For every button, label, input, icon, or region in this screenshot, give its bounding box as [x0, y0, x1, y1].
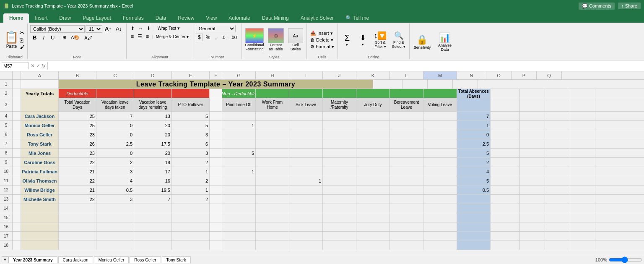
tab-formulas[interactable]: Formulas — [117, 13, 150, 23]
formula-input[interactable] — [49, 63, 642, 69]
tab-home[interactable]: Home — [3, 13, 29, 23]
comments-button[interactable]: 💬 Comments — [579, 3, 615, 10]
italic-button[interactable]: I — [40, 34, 47, 42]
row-num-14[interactable]: 14 — [0, 204, 13, 213]
share-button[interactable]: ↑ Share — [618, 3, 641, 9]
autosum-button[interactable]: Σ ▾ — [340, 33, 355, 47]
tab-tell-me[interactable]: 🔍 Tell me — [340, 13, 375, 23]
col-header-m[interactable]: M — [423, 71, 457, 79]
row-num-2[interactable]: 2 — [0, 89, 13, 98]
tab-review[interactable]: Review — [172, 13, 200, 23]
copy-button[interactable]: ⎘ — [20, 37, 25, 44]
number-format-select[interactable]: General — [196, 25, 236, 32]
row-num-1[interactable]: 1 — [0, 80, 13, 89]
row-num-9[interactable]: 9 — [0, 158, 13, 167]
row-num-6[interactable]: 6 — [0, 130, 13, 139]
font-family-select[interactable]: Calibri (Body) — [30, 25, 85, 33]
decrease-decimal-button[interactable]: .0 — [220, 34, 228, 41]
row-num-18[interactable]: 18 — [0, 241, 13, 250]
col-header-d[interactable]: D — [134, 71, 172, 79]
align-top-button[interactable]: ⬆ — [129, 25, 136, 32]
col-header-b[interactable]: B — [59, 71, 96, 79]
paste-button[interactable]: 📋 Paste — [4, 30, 19, 49]
sheet-tab-cara[interactable]: Cara Jackson — [58, 256, 93, 263]
bold-button[interactable]: B — [30, 34, 39, 42]
row-num-4[interactable]: 4 — [0, 112, 13, 120]
col-header-blank[interactable] — [13, 71, 21, 79]
col-header-l[interactable]: L — [390, 71, 423, 79]
col-header-j[interactable]: J — [323, 71, 356, 79]
decrease-font-button[interactable]: A↓ — [114, 25, 124, 33]
row-num-15[interactable]: 15 — [0, 213, 13, 222]
tab-insert[interactable]: Insert — [29, 13, 53, 23]
col-header-h[interactable]: H — [256, 71, 289, 79]
add-sheet-button[interactable]: + — [2, 256, 8, 263]
find-select-button[interactable]: 🔍 Find &Select ▾ — [390, 31, 408, 49]
col-header-g[interactable]: G — [222, 71, 256, 79]
cell-styles-button[interactable]: Aa CellStyles — [286, 28, 305, 52]
border-button[interactable]: ⊞ — [61, 34, 68, 41]
tab-data[interactable]: Data — [150, 13, 172, 23]
analyze-data-button[interactable]: 📊 AnalyzeData — [434, 32, 456, 52]
sheet-tab-monica[interactable]: Monica Geller — [94, 256, 129, 263]
col-header-i[interactable]: I — [289, 71, 323, 79]
insert-function-button[interactable]: fx — [42, 63, 46, 69]
row-num-17[interactable]: 17 — [0, 232, 13, 240]
col-header-p[interactable]: P — [512, 71, 537, 79]
wrap-text-button[interactable]: Wrap Text ▾ — [156, 25, 182, 32]
comma-button[interactable]: , — [213, 34, 218, 41]
align-center-button[interactable]: ☰ — [136, 33, 144, 40]
sheet-tab-ross[interactable]: Ross Geller — [130, 256, 161, 263]
sheet-tab-tony[interactable]: Tony Stark — [162, 256, 191, 263]
merge-center-button[interactable]: Merge & Center ▾ — [154, 34, 190, 40]
col-header-k[interactable]: K — [356, 71, 390, 79]
tab-draw[interactable]: Draw — [53, 13, 77, 23]
percent-button[interactable]: % — [204, 34, 213, 41]
align-right-button[interactable]: ≡ — [144, 33, 151, 40]
sheet-tab-summary[interactable]: Year 2023 Summary — [8, 256, 57, 263]
underline-button[interactable]: U — [48, 34, 57, 42]
format-as-table-button[interactable]: ⊞ Formatas Table — [266, 28, 286, 52]
col-header-q[interactable]: Q — [537, 71, 562, 79]
col-header-a[interactable]: A — [21, 71, 59, 79]
align-left-button[interactable]: ≡ — [129, 33, 135, 40]
increase-font-button[interactable]: A↑ — [103, 25, 113, 33]
cell-reference-box[interactable] — [2, 63, 29, 69]
format-painter-button[interactable]: 🖌 — [20, 44, 25, 50]
col-header-c[interactable]: C — [96, 71, 134, 79]
increase-decimal-button[interactable]: .00 — [229, 34, 239, 41]
row-num-5[interactable]: 5 — [0, 121, 13, 130]
tab-data-mining[interactable]: Data Mining — [256, 13, 295, 23]
tab-page-layout[interactable]: Page Layout — [77, 13, 117, 23]
fill-button[interactable]: ⬇ ▾ — [356, 33, 371, 47]
row-num-3[interactable]: 3 — [0, 98, 13, 111]
row-num-10[interactable]: 10 — [0, 167, 13, 176]
font-size-select[interactable]: 11 — [86, 25, 102, 33]
confirm-formula-button[interactable]: ✓ — [36, 63, 40, 69]
conditional-formatting-button[interactable]: ⚡ ConditionalFormatting — [244, 28, 265, 52]
col-header-f[interactable]: F — [210, 71, 222, 79]
delete-cells-button[interactable]: 🗑 Delete ▾ — [309, 37, 336, 43]
fill-color-button[interactable]: A🎨 — [69, 34, 81, 41]
cut-button[interactable]: ✂ — [20, 29, 25, 36]
cancel-formula-button[interactable]: ✕ — [31, 63, 35, 69]
font-color-button[interactable]: A🖊 — [83, 34, 93, 41]
insert-cells-button[interactable]: 📥 Insert ▾ — [309, 30, 336, 37]
col-header-o[interactable]: O — [486, 71, 512, 79]
align-bottom-button[interactable]: ⬇ — [145, 25, 152, 32]
row-num-8[interactable]: 8 — [0, 149, 13, 157]
sort-filter-button[interactable]: ↕🔽 Sort &Filter ▾ — [371, 31, 389, 49]
col-header-n[interactable]: N — [457, 71, 486, 79]
tab-view[interactable]: View — [200, 13, 223, 23]
row-num-16[interactable]: 16 — [0, 222, 13, 231]
row-num-11[interactable]: 11 — [0, 176, 13, 185]
col-header-e[interactable]: E — [172, 71, 210, 79]
row-num-13[interactable]: 13 — [0, 195, 13, 204]
align-middle-button[interactable]: ↔ — [137, 25, 145, 32]
row-num-7[interactable]: 7 — [0, 139, 13, 148]
tab-automate[interactable]: Automate — [223, 13, 256, 23]
currency-button[interactable]: $ — [196, 34, 203, 41]
sensitivity-button[interactable]: 🔒 Sensitivity — [411, 34, 433, 50]
row-num-12[interactable]: 12 — [0, 186, 13, 194]
format-cells-button[interactable]: ⚙ Format ▾ — [309, 44, 336, 50]
